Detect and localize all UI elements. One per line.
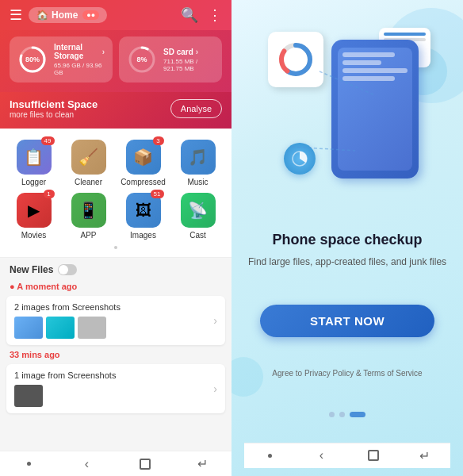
compressed-label: Compressed [121, 178, 166, 186]
file-card-1-left: 2 images from Screenshots [14, 302, 213, 339]
analyze-button[interactable]: Analyse [170, 99, 222, 118]
thumb-1 [14, 317, 43, 339]
sd-percent: 8% [136, 56, 147, 63]
internal-storage-progress: 80% [17, 44, 48, 75]
file-card-2-left: 1 image from Screenshots [14, 370, 213, 407]
internal-storage-card[interactable]: 80% Internal Storage › 65.96 GB / 93.96 … [10, 36, 113, 83]
phone-illustration [260, 24, 434, 198]
phone-body [331, 40, 419, 178]
app-item-movies[interactable]: ▶ 1 Movies [6, 190, 61, 243]
home-icon: 🏠 [36, 10, 48, 21]
internal-storage-label: Internal Storage [54, 43, 100, 60]
home-tab[interactable]: 🏠 Home ●● [29, 7, 107, 23]
cleaner-icon: 🧹 [71, 140, 106, 175]
file-description-2: 1 image from Screenshots [14, 370, 213, 380]
page-dot-2 [339, 412, 345, 417]
sd-storage-label: SD card [163, 48, 193, 56]
recent-icon: ↵ [197, 456, 208, 471]
app-icon: 📱 [71, 193, 106, 228]
file-card-2-chevron-icon: › [213, 382, 217, 395]
new-files-toggle[interactable] [58, 264, 77, 275]
home-square-icon-right [368, 450, 379, 461]
search-icon[interactable]: 🔍 [181, 6, 198, 24]
app-grid-section: 📋 49 Logger 🧹 Cleaner 📦 3 Compressed [0, 129, 232, 258]
right-panel: Phone space checkup Find large files, ap… [232, 0, 463, 476]
internal-chevron-icon: › [102, 48, 105, 56]
bottom-nav-right: ‹ ↵ [244, 443, 450, 468]
screen-bar-1 [342, 52, 395, 57]
page-dot-3-active [350, 412, 365, 417]
time-label-1: ● A moment ago [0, 278, 232, 294]
logger-label: Logger [21, 178, 46, 186]
app-item-cast[interactable]: 📡 Cast [170, 190, 225, 243]
svg-point-7 [288, 52, 304, 67]
thumb-3 [78, 317, 106, 339]
internal-storage-size: 65.96 GB / 93.96 GB [54, 62, 105, 76]
file-card-1[interactable]: 2 images from Screenshots › [6, 296, 225, 345]
nav-recent-button-right[interactable]: ↵ [399, 448, 450, 463]
home-square-icon [140, 459, 151, 470]
insufficient-title: Insufficient Space [10, 98, 98, 110]
cast-label: Cast [189, 231, 206, 240]
insufficient-space-banner: Insufficient Space more files to clean A… [0, 92, 232, 129]
new-files-header: New Files [0, 258, 232, 278]
app-grid-row-2: ▶ 1 Movies 📱 APP 🖼 51 Images [6, 190, 225, 243]
nav-dot-icon [27, 462, 31, 466]
phone-screen [338, 48, 412, 171]
thumb-2 [46, 317, 75, 339]
thumb-4 [14, 385, 43, 407]
back-icon-right: ‹ [320, 448, 323, 463]
nav-home-button-right[interactable] [347, 448, 399, 463]
doc-bar-1 [384, 33, 426, 36]
music-icon: 🎵 [181, 140, 216, 175]
wifi-badge: ●● [82, 10, 99, 20]
scroll-indicator-dot [114, 246, 117, 249]
privacy-text: Agree to Privacy Policy & Terms of Servi… [272, 369, 422, 378]
cleaner-label: Cleaner [75, 178, 102, 186]
pie-icon [291, 150, 308, 167]
left-panel: ☰ 🏠 Home ●● 🔍 ⋮ 80% [0, 0, 232, 476]
phone-3d-graphic [260, 24, 434, 198]
app-item-music[interactable]: 🎵 Music [170, 136, 225, 190]
app-label: APP [80, 231, 96, 240]
time-label-2: 33 mins ago [0, 347, 232, 363]
app-item-cleaner[interactable]: 🧹 Cleaner [61, 136, 116, 190]
nav-dot-right [244, 448, 296, 463]
checkup-description: Find large files, app-created files, and… [248, 255, 446, 269]
app-item-logger[interactable]: 📋 49 Logger [6, 136, 61, 190]
file-description-1: 2 images from Screenshots [14, 302, 213, 312]
new-files-section: New Files ● A moment ago 2 images from S… [0, 258, 232, 451]
more-icon[interactable]: ⋮ [208, 6, 222, 24]
nav-back-button[interactable]: ‹ [58, 456, 116, 471]
nav-recent-button[interactable]: ↵ [174, 456, 232, 471]
file-card-2[interactable]: 1 image from Screenshots › [6, 364, 225, 413]
nav-home-button[interactable] [116, 456, 174, 471]
hamburger-icon[interactable]: ☰ [10, 6, 22, 24]
back-icon: ‹ [85, 457, 89, 471]
music-label: Music [187, 178, 208, 186]
app-item-app[interactable]: 📱 APP [61, 190, 116, 243]
file-thumbnails-2 [14, 385, 213, 407]
app-item-images[interactable]: 🖼 51 Images [116, 190, 170, 243]
right-content: Phone space checkup Find large files, ap… [248, 232, 446, 269]
donut-chart [276, 40, 316, 79]
logger-badge: 49 [41, 136, 55, 145]
screen-bar-2 [342, 60, 381, 65]
internal-storage-info: Internal Storage › 65.96 GB / 93.96 GB [54, 43, 105, 76]
file-card-1-chevron-icon: › [213, 314, 217, 327]
insufficient-subtitle: more files to clean [10, 110, 98, 119]
checkup-title: Phone space checkup [248, 232, 446, 248]
nav-dot-left [0, 456, 58, 471]
sd-storage-size: 711.55 MB / 921.75 MB [163, 58, 214, 72]
cast-icon: 📡 [181, 193, 216, 228]
nav-dot-icon-right [268, 454, 272, 458]
images-badge: 51 [151, 190, 164, 198]
bottom-nav-left: ‹ ↵ [0, 451, 232, 476]
new-files-title: New Files [10, 264, 53, 275]
nav-back-button-right[interactable]: ‹ [296, 448, 347, 463]
sd-card-storage-card[interactable]: 8% SD card › 711.55 MB / 921.75 MB [119, 36, 222, 83]
app-item-compressed[interactable]: 📦 3 Compressed [116, 136, 170, 190]
sd-storage-info: SD card › 711.55 MB / 921.75 MB [163, 48, 214, 72]
start-now-button[interactable]: START NOW [260, 305, 434, 337]
screen-bar-4 [342, 76, 395, 81]
